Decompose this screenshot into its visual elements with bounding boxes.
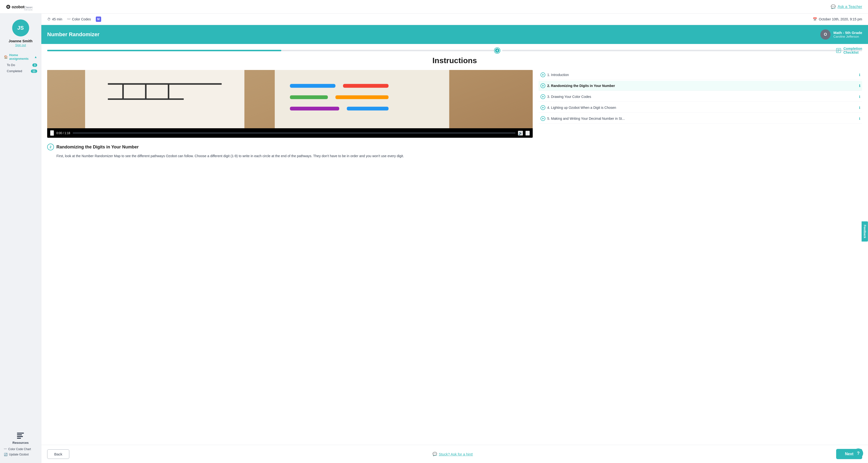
- playlist-item-4-left: 4. Lighting up Ozobot When a Digit is Ch…: [540, 105, 616, 110]
- todo-badge: 3: [32, 63, 37, 67]
- playlist-item-3[interactable]: 3. Drawing Your Color Codes ℹ: [538, 92, 862, 102]
- playlist-item-1-left: 1. Introduction: [540, 72, 569, 77]
- page-title: Instructions: [47, 56, 862, 65]
- color-codes-label: Color Codes: [72, 17, 91, 21]
- sidebar: JS Joanne Smith Sign out 🏠 Home assignme…: [0, 13, 41, 463]
- ozobot-logo: ozobot Classroom FOR SCHOOLS: [6, 3, 33, 11]
- play-circle-4: [540, 105, 545, 110]
- home-assignments-header[interactable]: 🏠 Home assignments ▲: [2, 52, 39, 62]
- playlist-item-5-left: 5. Making and Writing Your Decimal Numbe…: [540, 116, 625, 121]
- sign-out-link[interactable]: Sign out: [15, 43, 26, 47]
- color-code-chart-link[interactable]: 〰 Color Code Chart: [2, 447, 39, 452]
- color-code-icon: 〰: [4, 448, 7, 451]
- update-ozobot-link[interactable]: 🔄 Update Ozobot: [2, 452, 39, 457]
- progress-track: 4: [47, 50, 497, 51]
- completed-label: Completed: [7, 69, 22, 73]
- color-codes-icon: 〰: [67, 17, 70, 21]
- section-description: First, look at the Number Randomizer Map…: [56, 153, 862, 159]
- feedback-tab[interactable]: Feedback: [862, 221, 868, 241]
- avatar: JS: [12, 20, 29, 36]
- play-circle-2: [540, 83, 545, 88]
- class-info: O Math - 5th Grade Caroline Jefferson: [820, 29, 862, 40]
- class-name: Math - 5th Grade: [834, 31, 862, 35]
- svg-text:ozobot: ozobot: [12, 5, 25, 9]
- volume-button[interactable]: 🔊: [518, 131, 523, 136]
- hint-label: Stuck? Ask for a hint!: [439, 452, 473, 456]
- svg-point-2: [8, 6, 9, 7]
- logo-area: ozobot Classroom FOR SCHOOLS: [6, 3, 33, 11]
- video-player: ▶ 0:00 / 1:18 🔊 ⛶: [47, 70, 533, 138]
- section-title: Randomizing the Digits in Your Number: [56, 144, 138, 150]
- class-details: Math - 5th Grade Caroline Jefferson: [834, 31, 862, 38]
- svg-rect-29: [336, 95, 389, 99]
- help-button[interactable]: ?: [854, 449, 863, 458]
- info-icon-4[interactable]: ℹ: [859, 106, 860, 109]
- progress-track-right: [502, 50, 862, 51]
- playlist-item-5[interactable]: 5. Making and Writing Your Decimal Numbe…: [538, 114, 862, 124]
- sidebar-item-completed[interactable]: Completed 11: [2, 68, 39, 74]
- duration-label: 45 min: [52, 17, 62, 21]
- progress-fill: [47, 50, 281, 51]
- back-button[interactable]: Back: [47, 450, 69, 459]
- playlist-item-4[interactable]: 4. Lighting up Ozobot When a Digit is Ch…: [538, 103, 862, 113]
- svg-text:FOR SCHOOLS: FOR SCHOOLS: [24, 9, 33, 11]
- checklist-icon: [836, 47, 841, 54]
- play-circle-1: [540, 72, 545, 77]
- resources-icon: [16, 431, 25, 440]
- subject-badge: M: [96, 16, 101, 22]
- completed-badge: 11: [31, 69, 37, 73]
- bottom-bar: Back 💬 Stuck? Ask for a hint! Next: [41, 445, 868, 463]
- video-frame-graphic: [47, 70, 533, 128]
- progress-row: 4 Completion Checklist: [47, 50, 862, 51]
- meta-left: ⏱ 45 min 〰 Color Codes M: [47, 16, 101, 22]
- completion-checklist-button[interactable]: Completion Checklist: [836, 47, 862, 55]
- play-circle-3: [540, 94, 545, 99]
- lesson-body: 4 Completion Checklist Instructions: [41, 44, 868, 445]
- svg-rect-6: [17, 433, 24, 434]
- info-icon-3[interactable]: ℹ: [859, 95, 860, 99]
- hint-button[interactable]: 💬 Stuck? Ask for a hint!: [433, 452, 473, 456]
- chat-icon: 💬: [831, 4, 836, 9]
- svg-rect-26: [290, 84, 335, 88]
- chevron-up-icon: ▲: [34, 55, 37, 59]
- svg-rect-7: [17, 434, 22, 435]
- section-number: 2: [47, 143, 54, 151]
- svg-rect-30: [290, 107, 339, 110]
- main-layout: JS Joanne Smith Sign out 🏠 Home assignme…: [0, 13, 868, 463]
- home-icon: 🏠: [4, 55, 8, 59]
- update-icon: 🔄: [4, 453, 7, 456]
- content-area: ⏱ 45 min 〰 Color Codes M 📅 October 10th,…: [41, 13, 868, 463]
- meta-right: 📅 October 10th, 2020, 9:15 pm: [813, 17, 862, 21]
- completion-checklist-label: Completion Checklist: [843, 47, 862, 55]
- svg-rect-27: [343, 84, 389, 88]
- sidebar-bottom: Resources 〰 Color Code Chart 🔄 Update Oz…: [0, 431, 41, 459]
- svg-text:Classroom: Classroom: [24, 6, 33, 9]
- fullscreen-button[interactable]: ⛶: [525, 131, 530, 136]
- progress-dot: 4: [495, 48, 500, 53]
- playlist-item-3-left: 3. Drawing Your Color Codes: [540, 94, 591, 99]
- lesson-header-band: Number Randomizer O Math - 5th Grade Car…: [41, 25, 868, 44]
- clock-icon: ⏱: [47, 17, 51, 21]
- video-thumbnail: [47, 70, 533, 128]
- svg-rect-28: [290, 95, 328, 99]
- playlist-item-2-left: 2. Randomizing the Digits in Your Number: [540, 83, 615, 88]
- video-section: ▶ 0:00 / 1:18 🔊 ⛶ 1. Introduction: [47, 70, 862, 138]
- lesson-meta-bar: ⏱ 45 min 〰 Color Codes M 📅 October 10th,…: [41, 13, 868, 25]
- hint-icon: 💬: [433, 452, 437, 456]
- info-icon-5[interactable]: ℹ: [859, 117, 860, 121]
- playlist-item-4-label: 4. Lighting up Ozobot When a Digit is Ch…: [547, 106, 616, 109]
- playlist-item-2[interactable]: 2. Randomizing the Digits in Your Number…: [538, 81, 862, 91]
- ask-teacher-button[interactable]: 💬 Ask a Teacher: [831, 4, 862, 9]
- sidebar-item-todo[interactable]: To Do 3: [2, 62, 39, 68]
- video-time: 0:00 / 1:18: [56, 131, 70, 135]
- video-progress-bar[interactable]: [73, 133, 516, 133]
- info-icon-1[interactable]: ℹ: [859, 73, 860, 77]
- calendar-icon: 📅: [813, 17, 817, 21]
- info-icon-2[interactable]: ℹ: [859, 84, 860, 88]
- resources-icon-wrap: Resources: [12, 431, 28, 444]
- playlist-item-1[interactable]: 1. Introduction ℹ: [538, 70, 862, 80]
- playlist-item-2-label: 2. Randomizing the Digits in Your Number: [547, 84, 615, 88]
- lesson-title: Number Randomizer: [47, 31, 99, 38]
- color-code-chart-label: Color Code Chart: [8, 448, 31, 451]
- play-button[interactable]: ▶: [50, 130, 54, 136]
